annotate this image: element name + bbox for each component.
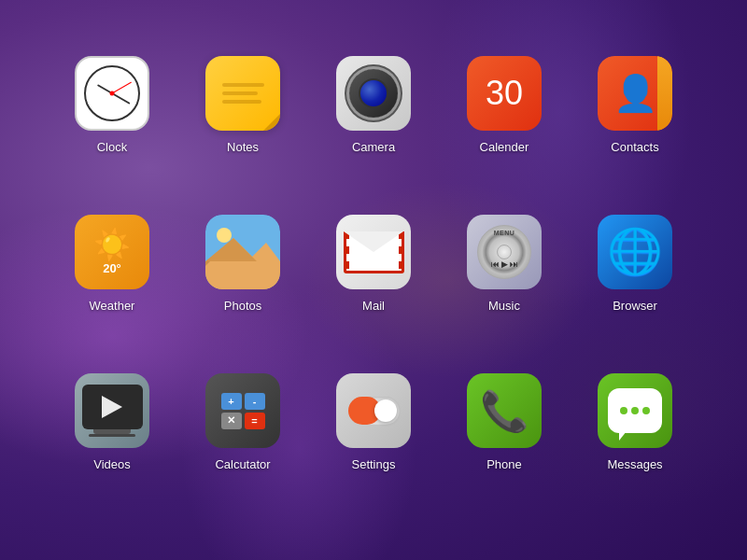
contacts-label: Contacts	[611, 140, 658, 154]
notes-icon	[205, 56, 280, 131]
weather-icon: ☀️ 20°	[75, 215, 149, 289]
calendar-number: 30	[486, 77, 523, 110]
app-music[interactable]: MENU ⏮▶︎⏭ Music	[448, 205, 560, 355]
app-camera[interactable]: Camera	[317, 47, 430, 196]
app-notes[interactable]: Notes	[187, 47, 299, 196]
mail-icon	[336, 215, 411, 289]
calc-equals: =	[245, 413, 265, 429]
app-phone[interactable]: 📞 Phone	[448, 364, 560, 513]
calc-multiply: ✕	[221, 413, 242, 429]
app-messages[interactable]: Messages	[579, 364, 691, 513]
app-contacts[interactable]: 👤 Contacts	[579, 47, 691, 196]
music-menu-text: MENU	[494, 230, 515, 236]
contacts-icon: 👤	[598, 56, 672, 131]
messages-icon	[598, 373, 672, 448]
calc-plus: +	[221, 393, 242, 410]
videos-icon	[75, 373, 149, 448]
settings-label: Settings	[352, 457, 396, 471]
sun-icon: ☀️	[93, 230, 131, 259]
app-grid: Clock Notes Camera 30 Calender	[0, 0, 747, 560]
weather-label: Weather	[90, 299, 135, 313]
app-mail[interactable]: Mail	[317, 205, 430, 355]
contacts-person-icon: 👤	[613, 76, 657, 111]
music-icon: MENU ⏮▶︎⏭	[467, 215, 542, 289]
globe-icon: 🌐	[607, 226, 663, 278]
phone-label: Phone	[486, 457, 522, 471]
app-weather[interactable]: ☀️ 20° Weather	[56, 205, 168, 355]
play-icon	[102, 396, 122, 418]
chat-bubble	[608, 388, 662, 433]
calculator-label: Calcutator	[215, 457, 270, 471]
svg-point-5	[217, 228, 232, 243]
app-settings[interactable]: Settings	[317, 364, 430, 513]
notes-label: Notes	[227, 140, 259, 154]
app-photos[interactable]: Photos	[187, 205, 299, 355]
camera-icon	[336, 56, 411, 131]
calculator-icon: + - ✕ =	[205, 373, 280, 448]
calendar-icon: 30	[467, 56, 542, 131]
browser-icon: 🌐	[598, 215, 672, 289]
music-controls: ⏮▶︎⏭	[491, 259, 518, 269]
calendar-label: Calender	[480, 140, 529, 154]
clock-icon	[75, 56, 149, 131]
app-calculator[interactable]: + - ✕ = Calcutator	[187, 364, 299, 513]
app-browser[interactable]: 🌐 Browser	[579, 205, 691, 355]
mail-label: Mail	[362, 299, 385, 313]
phone-handset-icon: 📞	[480, 388, 529, 434]
app-clock[interactable]: Clock	[56, 47, 168, 196]
app-calendar[interactable]: 30 Calender	[448, 47, 560, 196]
calc-minus: -	[245, 393, 265, 410]
messages-label: Messages	[607, 457, 662, 471]
clock-label: Clock	[97, 140, 128, 154]
photos-label: Photos	[224, 299, 261, 313]
toggle-switch	[348, 397, 400, 425]
settings-icon	[336, 373, 411, 448]
photos-icon	[205, 215, 280, 289]
app-videos[interactable]: Videos	[56, 364, 168, 513]
camera-label: Camera	[352, 140, 395, 154]
videos-label: Videos	[93, 457, 131, 471]
phone-icon: 📞	[467, 373, 542, 448]
browser-label: Browser	[613, 299, 657, 313]
music-label: Music	[488, 299, 520, 313]
weather-temp: 20°	[103, 261, 121, 275]
